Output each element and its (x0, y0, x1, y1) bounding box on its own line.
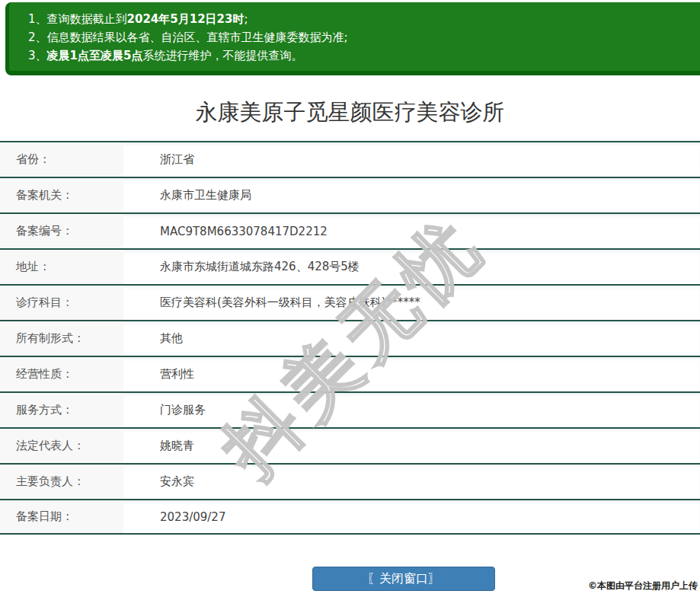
record-table: 省份：浙江省备案机关：永康市卫生健康局备案编号：MAC9T8M663307841… (0, 141, 700, 535)
table-row: 主要负责人：安永宾 (0, 463, 700, 499)
row-label: 主要负责人： (0, 465, 123, 499)
table-row: 备案日期：2023/09/27 (0, 499, 700, 535)
table-row: 诊疗科目：医疗美容科(美容外科一级科目，美容皮肤科)****** (0, 284, 700, 320)
row-label: 备案机关： (0, 178, 123, 212)
row-label: 诊疗科目： (0, 286, 123, 320)
table-row: 服务方式：门诊服务 (0, 391, 700, 427)
row-value: 营利性 (123, 357, 194, 391)
table-row: 备案机关：永康市卫生健康局 (0, 177, 700, 212)
table-row: 所有制形式：其他 (0, 320, 700, 356)
notice-line-2: 2、信息数据结果以各省、自治区、直辖市卫生健康委数据为准; (28, 28, 691, 46)
notice-segment: 系统进行维护，不能提供查询。 (142, 49, 302, 62)
row-label: 省份： (0, 142, 123, 177)
row-value: 永康市卫生健康局 (123, 178, 251, 212)
row-value: 2023/09/27 (123, 500, 225, 533)
close-window-button[interactable]: 〖关闭窗口〗 (312, 567, 495, 591)
row-value: 浙江省 (123, 142, 194, 177)
row-value: 安永宾 (123, 465, 194, 499)
notice-segment: 3、 (28, 49, 47, 62)
row-label: 经营性质： (0, 357, 123, 391)
row-label: 服务方式： (0, 393, 123, 427)
notice-line-1: 1、查询数据截止到2024年5月12日23时; (28, 10, 691, 28)
attribution-note: ©本图由平台注册用户上传 (588, 580, 698, 592)
row-label: 地址： (0, 250, 123, 284)
table-row: 经营性质：营利性 (0, 356, 700, 391)
notice-banner: 1、查询数据截止到2024年5月12日23时;2、信息数据结果以各省、自治区、直… (5, 2, 700, 75)
notice-segment: 2、信息数据结果以各省、自治区、直辖市卫生健康委数据为准; (28, 30, 348, 44)
table-row: 省份：浙江省 (0, 141, 700, 177)
table-row: 地址：永康市东城街道城东路426、428号5楼 (0, 248, 700, 284)
table-row: 法定代表人：姚晓青 (0, 427, 700, 463)
row-label: 备案日期： (0, 500, 123, 533)
page-title: 永康美原子觅星颜医疗美容诊所 (0, 97, 700, 127)
notice-segment-bold: 凌晨1点至凌晨5点 (47, 49, 143, 62)
row-value: 门诊服务 (123, 393, 206, 427)
row-value: 永康市东城街道城东路426、428号5楼 (123, 250, 360, 284)
row-value: 姚晓青 (123, 429, 194, 463)
row-value: MAC9T8M6633078417D2212 (123, 214, 328, 248)
notice-segment: ; (244, 12, 248, 26)
row-value: 医疗美容科(美容外科一级科目，美容皮肤科)****** (123, 286, 420, 320)
table-row: 备案编号：MAC9T8M6633078417D2212 (0, 212, 700, 248)
notice-segment: 1、查询数据截止到 (28, 12, 127, 26)
notice-line-3: 3、凌晨1点至凌晨5点系统进行维护，不能提供查询。 (28, 46, 691, 65)
row-label: 所有制形式： (0, 321, 123, 356)
row-label: 备案编号： (0, 214, 123, 248)
row-value: 其他 (123, 321, 183, 356)
notice-segment-bold: 2024年5月12日23时 (127, 12, 245, 26)
row-label: 法定代表人： (0, 429, 123, 463)
